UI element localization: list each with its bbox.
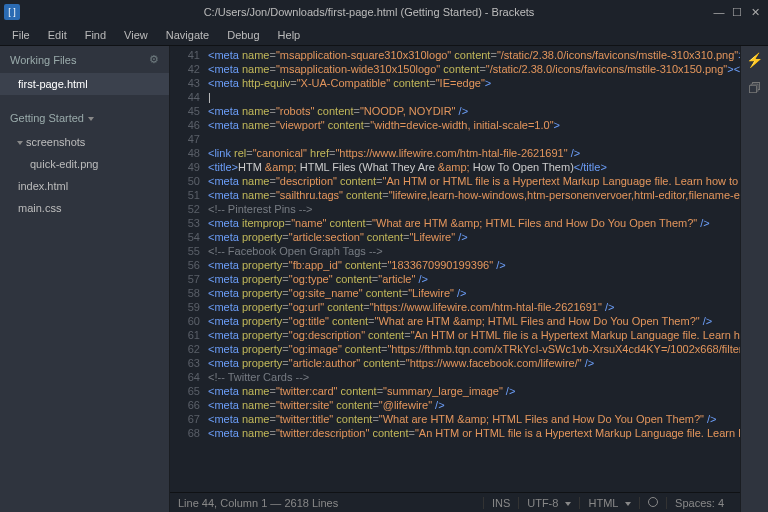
line-number: 58	[170, 286, 208, 300]
chevron-down-icon	[88, 117, 94, 121]
code-line[interactable]	[208, 132, 740, 146]
line-number: 63	[170, 356, 208, 370]
gear-icon[interactable]: ⚙	[149, 53, 159, 66]
line-number: 48	[170, 146, 208, 160]
line-number: 57	[170, 272, 208, 286]
code-line[interactable]: <meta name="msapplication-wide310x150log…	[208, 62, 740, 76]
line-number: 41	[170, 48, 208, 62]
line-number: 54	[170, 230, 208, 244]
language-selector[interactable]: HTML	[579, 497, 639, 509]
code-line[interactable]: <!-- Twitter Cards -->	[208, 370, 740, 384]
code-line[interactable]: <meta name="twitter:card" content="summa…	[208, 384, 740, 398]
code-area[interactable]: 41<meta name="msapplication-square310x31…	[170, 46, 740, 492]
extensions-icon[interactable]: 🗇	[748, 80, 762, 96]
cursor-position[interactable]: Line 44, Column 1 — 2618 Lines	[178, 497, 338, 509]
code-line[interactable]: <meta name="viewport" content="width=dev…	[208, 118, 740, 132]
code-line[interactable]: <meta name="msapplication-square310x310l…	[208, 48, 740, 62]
status-bar: Line 44, Column 1 — 2618 Lines INS UTF-8…	[170, 492, 740, 512]
file-tree-item[interactable]: index.html	[0, 175, 169, 197]
line-number: 60	[170, 314, 208, 328]
window-title: C:/Users/Jon/Downloads/first-page.html (…	[28, 6, 710, 18]
line-number: 51	[170, 188, 208, 202]
window-titlebar: [ ] C:/Users/Jon/Downloads/first-page.ht…	[0, 0, 768, 24]
code-line[interactable]: |	[208, 90, 740, 104]
project-name: Getting Started	[10, 112, 84, 124]
menu-bar: FileEditFindViewNavigateDebugHelp	[0, 24, 768, 46]
line-number: 66	[170, 398, 208, 412]
line-number: 44	[170, 90, 208, 104]
line-number: 46	[170, 118, 208, 132]
sidebar: Working Files ⚙ first-page.html Getting …	[0, 46, 170, 512]
code-line[interactable]: <meta itemprop="name" content="What are …	[208, 216, 740, 230]
menu-file[interactable]: File	[4, 27, 38, 43]
menu-view[interactable]: View	[116, 27, 156, 43]
live-preview-icon[interactable]: ⚡	[746, 52, 763, 68]
file-tree-item[interactable]: quick-edit.png	[0, 153, 169, 175]
code-line[interactable]: <meta property="og:url" content="https:/…	[208, 300, 740, 314]
code-line[interactable]: <meta property="og:title" content="What …	[208, 314, 740, 328]
project-selector[interactable]: Getting Started	[0, 105, 169, 131]
file-tree-item[interactable]: main.css	[0, 197, 169, 219]
line-number: 43	[170, 76, 208, 90]
working-files-header[interactable]: Working Files ⚙	[0, 46, 169, 73]
code-line[interactable]: <meta property="article:section" content…	[208, 230, 740, 244]
menu-navigate[interactable]: Navigate	[158, 27, 217, 43]
menu-debug[interactable]: Debug	[219, 27, 267, 43]
line-number: 55	[170, 244, 208, 258]
line-number: 47	[170, 132, 208, 146]
menu-edit[interactable]: Edit	[40, 27, 75, 43]
code-line[interactable]: <meta name="twitter:title" content="What…	[208, 412, 740, 426]
line-number: 67	[170, 412, 208, 426]
line-number: 56	[170, 258, 208, 272]
code-line[interactable]: <meta name="sailthru.tags" content="life…	[208, 188, 740, 202]
right-toolbar: ⚡ 🗇	[740, 46, 768, 512]
chevron-down-icon	[565, 502, 571, 506]
code-line[interactable]: <title>HTM &amp; HTML Files (What They A…	[208, 160, 740, 174]
app-logo-icon: [ ]	[4, 4, 20, 20]
line-number: 64	[170, 370, 208, 384]
line-number: 50	[170, 174, 208, 188]
close-button[interactable]: ✕	[746, 6, 764, 19]
insert-mode[interactable]: INS	[483, 497, 518, 509]
minimize-button[interactable]: —	[710, 6, 728, 18]
line-number: 49	[170, 160, 208, 174]
line-number: 45	[170, 104, 208, 118]
menu-find[interactable]: Find	[77, 27, 114, 43]
encoding-selector[interactable]: UTF-8	[518, 497, 579, 509]
code-line[interactable]: <meta property="og:site_name" content="L…	[208, 286, 740, 300]
code-line[interactable]: <meta name="description" content="An HTM…	[208, 174, 740, 188]
code-line[interactable]: <meta property="og:image" content="https…	[208, 342, 740, 356]
code-line[interactable]: <!-- Facebook Open Graph Tags -->	[208, 244, 740, 258]
circle-icon	[648, 497, 658, 507]
lint-status[interactable]	[639, 497, 666, 509]
code-line[interactable]: <!-- Pinterest Pins -->	[208, 202, 740, 216]
line-number: 42	[170, 62, 208, 76]
menu-help[interactable]: Help	[270, 27, 309, 43]
editor-pane: 41<meta name="msapplication-square310x31…	[170, 46, 740, 512]
line-number: 52	[170, 202, 208, 216]
line-number: 53	[170, 216, 208, 230]
indent-selector[interactable]: Spaces: 4	[666, 497, 732, 509]
line-number: 68	[170, 426, 208, 440]
code-line[interactable]: <meta property="article:author" content=…	[208, 356, 740, 370]
code-line[interactable]: <meta property="og:type" content="articl…	[208, 272, 740, 286]
code-line[interactable]: <meta http-equiv="X-UA-Compatible" conte…	[208, 76, 740, 90]
line-number: 65	[170, 384, 208, 398]
code-line[interactable]: <meta name="robots" content="NOODP, NOYD…	[208, 104, 740, 118]
working-files-label: Working Files	[10, 54, 76, 66]
code-line[interactable]: <meta name="twitter:site" content="@life…	[208, 398, 740, 412]
working-file-item[interactable]: first-page.html	[0, 73, 169, 95]
folder-label: screenshots	[26, 136, 85, 148]
code-line[interactable]: <link rel="canonical" href="https://www.…	[208, 146, 740, 160]
line-number: 59	[170, 300, 208, 314]
folder-item[interactable]: screenshots	[0, 131, 169, 153]
code-line[interactable]: <meta property="fb:app_id" content="1833…	[208, 258, 740, 272]
chevron-down-icon	[17, 141, 23, 145]
line-number: 61	[170, 328, 208, 342]
chevron-down-icon	[625, 502, 631, 506]
line-number: 62	[170, 342, 208, 356]
maximize-button[interactable]: ☐	[728, 6, 746, 19]
code-line[interactable]: <meta property="og:description" content=…	[208, 328, 740, 342]
code-line[interactable]: <meta name="twitter:description" content…	[208, 426, 740, 440]
